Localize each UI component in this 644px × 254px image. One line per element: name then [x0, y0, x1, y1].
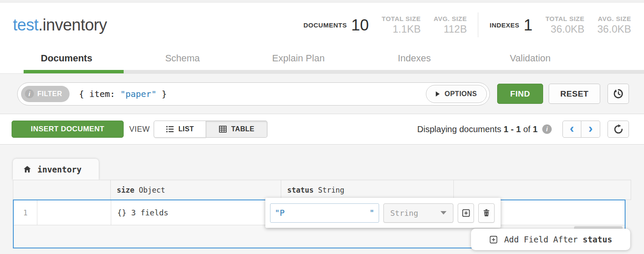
filter-input[interactable]: i FILTER { item: "paper" } OPTIONS: [17, 82, 490, 106]
query-prefix: { item:: [79, 89, 120, 99]
column-status-type: String: [318, 186, 344, 194]
query-bar: i FILTER { item: "paper" } OPTIONS FIND …: [0, 73, 644, 114]
indexes-avg-size: AVG. SIZE 36.0KB: [597, 15, 631, 35]
history-icon: [613, 88, 624, 100]
row-number-cell: 1: [14, 200, 37, 225]
indexes-total-size-value: 36.0KB: [551, 23, 585, 35]
chevron-down-icon: [440, 211, 447, 215]
breadcrumb-collection-tab[interactable]: inventory: [13, 159, 99, 180]
cell-editor-popup: "P " String: [265, 198, 501, 228]
filter-badge: i FILTER: [21, 86, 70, 102]
indexes-value: 1: [524, 17, 533, 33]
reset-button[interactable]: RESET: [549, 84, 600, 104]
column-status-sep: [313, 186, 318, 194]
displaying-prefix: Displaying documents: [417, 124, 504, 134]
pagination: ‹ ›: [562, 121, 600, 138]
view-table-label: TABLE: [231, 125, 254, 133]
tab-validation[interactable]: Validation: [472, 47, 588, 64]
displaying-info-icon[interactable]: i: [542, 124, 552, 134]
type-select[interactable]: String: [383, 203, 453, 223]
indexes-count: INDEXES 1: [489, 17, 532, 33]
column-status-name: status: [287, 186, 313, 194]
collection-name: inventory: [43, 16, 107, 34]
query-suffix: }: [156, 89, 167, 99]
home-icon: [23, 165, 32, 174]
indexes-total-size-label: TOTAL SIZE: [545, 15, 584, 22]
breadcrumb-label: inventory: [37, 165, 82, 174]
displaying-range: 1 - 1: [504, 124, 521, 134]
view-list-label: LIST: [178, 125, 194, 133]
query-history-button[interactable]: [608, 84, 629, 104]
type-select-value: String: [390, 209, 418, 218]
add-field-button[interactable]: [458, 203, 474, 223]
list-icon: [166, 125, 174, 133]
documents-avg-size-label: AVG. SIZE: [434, 15, 467, 22]
plus-square-icon: [462, 209, 471, 218]
documents-total-size: TOTAL SIZE 1.1KB: [382, 15, 421, 35]
documents-total-size-value: 1.1KB: [393, 23, 421, 35]
cell-value-close-quote: ": [370, 208, 374, 218]
documents-total-size-label: TOTAL SIZE: [382, 15, 421, 22]
tab-explain-plan[interactable]: Explain Plan: [240, 47, 356, 64]
row-size-cell[interactable]: {} 3 fields: [111, 200, 282, 225]
view-table-button[interactable]: TABLE: [206, 121, 267, 138]
options-button[interactable]: OPTIONS: [426, 85, 487, 103]
insert-document-button[interactable]: INSERT DOCUMENT: [12, 121, 124, 138]
options-button-label: OPTIONS: [444, 90, 477, 98]
indexes-label: INDEXES: [489, 21, 519, 29]
indexes-total-size: TOTAL SIZE 36.0KB: [545, 15, 584, 35]
delete-field-button[interactable]: [478, 203, 495, 223]
collection-header: test.inventory DOCUMENTS 10 TOTAL SIZE 1…: [0, 3, 644, 47]
trash-icon: [482, 209, 491, 217]
refresh-documents-button[interactable]: [608, 121, 629, 138]
documents-value: 10: [351, 17, 369, 33]
plus-square-icon: [489, 235, 498, 244]
add-field-after-text: Add Field After status: [504, 235, 612, 244]
active-tab-underline: [24, 70, 124, 73]
namespace-dot: .: [38, 16, 43, 34]
tab-schema[interactable]: Schema: [125, 47, 240, 64]
tab-list: Documents Schema Explain Plan Indexes Va…: [9, 47, 588, 64]
documents-label: DOCUMENTS: [304, 21, 347, 29]
table-header-spacer: [13, 180, 111, 200]
documents-toolbar: INSERT DOCUMENT VIEW LIST TABLE Displayi…: [0, 114, 644, 145]
indexes-avg-size-label: AVG. SIZE: [598, 15, 631, 22]
refresh-icon: [613, 124, 624, 135]
compass-collection-screen: test.inventory DOCUMENTS 10 TOTAL SIZE 1…: [0, 0, 644, 254]
previous-page-button[interactable]: ‹: [562, 121, 581, 138]
filter-query-text[interactable]: { item: "paper" }: [79, 89, 167, 99]
table-header-row: size Object status String: [13, 180, 631, 200]
table-grid-icon: [219, 125, 227, 133]
add-field-target: status: [583, 235, 612, 244]
tab-indexes[interactable]: Indexes: [356, 47, 472, 64]
stats-divider: [478, 12, 478, 37]
displaying-documents-status: Displaying documents 1 - 1 of 1: [417, 124, 538, 134]
document-table-area: inventory size Object status String 1 {}…: [0, 145, 644, 254]
documents-avg-size: AVG. SIZE 112B: [434, 15, 467, 35]
collection-namespace-title: test.inventory: [13, 16, 107, 34]
column-header-status: status String: [281, 180, 454, 200]
displaying-total: 1: [533, 124, 538, 134]
collection-tabs: Documents Schema Explain Plan Indexes Va…: [0, 47, 644, 73]
filter-badge-label: FILTER: [37, 90, 62, 98]
indexes-stats-group: INDEXES 1 TOTAL SIZE 36.0KB AVG. SIZE 36…: [489, 15, 631, 35]
column-size-type: Object: [139, 186, 165, 194]
query-string-literal: "paper": [120, 89, 156, 99]
add-field-prefix: Add Field After: [504, 235, 583, 244]
row-blank-cell[interactable]: [37, 200, 111, 225]
database-name: test: [13, 16, 38, 34]
documents-avg-size-value: 112B: [444, 23, 467, 35]
column-size-name: size: [117, 186, 134, 194]
view-list-button[interactable]: LIST: [154, 121, 206, 138]
indexes-avg-size-value: 36.0KB: [597, 23, 631, 35]
tab-documents[interactable]: Documents: [9, 47, 125, 64]
next-page-button[interactable]: ›: [581, 121, 600, 138]
documents-count: DOCUMENTS 10: [304, 17, 369, 33]
column-header-size: size Object: [111, 180, 281, 200]
find-button[interactable]: FIND: [497, 84, 543, 104]
add-field-after-menu-item[interactable]: Add Field After status: [471, 229, 630, 250]
displaying-of: of: [521, 124, 533, 134]
cell-value-input[interactable]: "P ": [270, 203, 379, 223]
filter-info-icon: i: [25, 89, 34, 98]
column-header-empty: [454, 180, 631, 200]
